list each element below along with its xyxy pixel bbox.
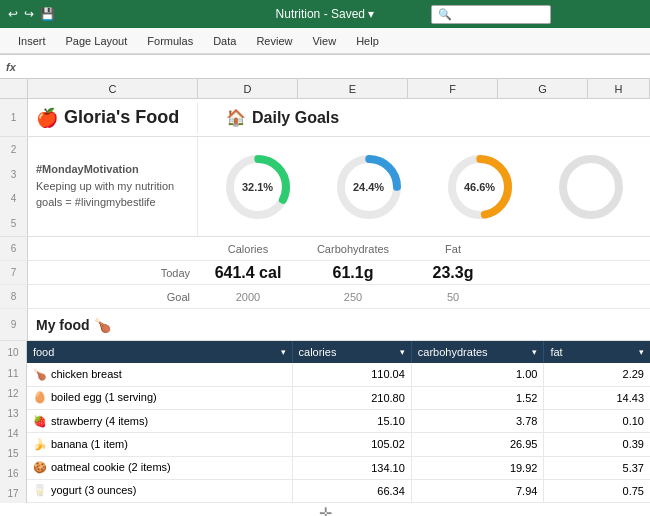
row-num-7: 7 [0,261,28,284]
table-row: 🥚boiled egg (1 serving) 210.80 1.52 14.4… [27,386,650,409]
row-num-8: 8 [0,285,28,308]
svg-point-6 [563,159,619,215]
calories-cell: 105.02 [292,433,411,456]
fat-cell: 0.10 [544,410,650,433]
calories-goal: 2000 [198,291,298,303]
fat-cell: 14.43 [544,386,650,409]
calories-cell: 210.80 [292,386,411,409]
fat-filter-arrow[interactable]: ▾ [639,347,644,357]
file-status: Saved [331,7,365,21]
tab-data[interactable]: Data [203,31,246,51]
charts-row: 2345 #MondayMotivation Keeping up with m… [0,137,650,237]
col-header-g[interactable]: G [498,79,588,98]
tab-formulas[interactable]: Formulas [137,31,203,51]
table-row: 🥛yogurt (3 ounces) 66.34 7.94 0.75 [27,479,650,502]
gloria-title: Gloria's Food [64,107,179,128]
fat-donut: 46.6% [444,151,516,223]
calories-cell: 15.10 [292,410,411,433]
fat-goal: 50 [408,291,498,303]
title-separator: - [324,7,331,21]
carbs-cell: 19.92 [411,456,544,479]
carbs-label: Carbohydrates [298,243,408,255]
section-header-row: 1 🍎 Gloria's Food 🏠 Daily Goals [0,99,650,137]
calories-today: 641.4 cal [198,264,298,282]
table-row: 🍌banana (1 item) 105.02 26.95 0.39 [27,433,650,456]
fat-cell: 0.75 [544,479,650,502]
food-table-container: 10 11 12 13 14 15 16 17 food ▾ [0,341,650,503]
calories-label: Calories [198,243,298,255]
calories-chart: 32.1% [222,151,294,223]
col-header-d[interactable]: D [198,79,298,98]
food-cell: 🍌banana (1 item) [27,433,292,456]
row-num-1: 1 [0,99,28,136]
calories-cell: 134.10 [292,456,411,479]
my-food-label: My food 🍗 [28,313,119,337]
carbs-filter-arrow[interactable]: ▾ [532,347,537,357]
calories-cell: 110.04 [292,363,411,386]
th-calories[interactable]: calories ▾ [292,341,411,363]
table-header-row: food ▾ calories ▾ carbohydrates ▾ [27,341,650,363]
row-num-9: 9 [0,309,28,340]
food-table: food ▾ calories ▾ carbohydrates ▾ [27,341,650,503]
tab-page-layout[interactable]: Page Layout [56,31,138,51]
table-row: 🍪oatmeal cookie (2 items) 134.10 19.92 5… [27,456,650,479]
col-header-c[interactable]: C [28,79,198,98]
fat-pct: 46.6% [464,181,495,193]
calories-cell: 66.34 [292,479,411,502]
title-bar: ↩ ↪ 💾 Nutrition - Saved ▾ 🔍 Search [0,0,650,28]
gloria-icon: 🍎 [36,107,58,129]
carbs-goal: 250 [298,291,408,303]
calories-filter-arrow[interactable]: ▾ [400,347,405,357]
title-bar-left: ↩ ↪ 💾 [8,7,219,21]
row-num-6: 6 [0,237,28,260]
col-header-e[interactable]: E [298,79,408,98]
add-icon[interactable]: ✛ [319,504,332,516]
ribbon: Insert Page Layout Formulas Data Review … [0,28,650,55]
calories-donut: 32.1% [222,151,294,223]
gloria-food-cell: 🍎 Gloria's Food [28,103,198,133]
search-box[interactable]: 🔍 Search [431,5,551,24]
daily-goals-cell: 🏠 Daily Goals [218,104,347,131]
food-cell: 🍗chicken breast [27,363,292,386]
tab-view[interactable]: View [302,31,346,51]
table-row: 🍓strawberry (4 items) 15.10 3.78 0.10 [27,410,650,433]
save-icon[interactable]: 💾 [40,7,55,21]
redo-icon[interactable]: ↪ [24,7,34,21]
tab-review[interactable]: Review [246,31,302,51]
food-cell: 🍓strawberry (4 items) [27,410,292,433]
goal-row: 8 Goal 2000 250 50 [0,285,650,309]
motivation-cell: #MondayMotivation Keeping up with my nut… [28,137,198,236]
th-carbohydrates[interactable]: carbohydrates ▾ [411,341,544,363]
formula-bar: fx [0,55,650,79]
th-fat[interactable]: fat ▾ [544,341,650,363]
hashtag: #MondayMotivation [36,163,189,175]
today-row: 7 Today 641.4 cal 61.1g 23.3g [0,261,650,285]
labels-row: 6 Calories Carbohydrates Fat [0,237,650,261]
col-header-f[interactable]: F [408,79,498,98]
tab-insert[interactable]: Insert [8,31,56,51]
fat-cell: 0.39 [544,433,650,456]
undo-icon[interactable]: ↩ [8,7,18,21]
food-filter-arrow[interactable]: ▾ [281,347,286,357]
file-title: Nutrition [276,7,321,21]
row-nums-2-5: 2345 [0,137,28,236]
goals-icon: 🏠 [226,108,246,127]
add-row[interactable]: ✛ [0,503,650,516]
column-headers: C D E F G H [0,79,650,99]
th-food[interactable]: food ▾ [27,341,292,363]
status-chevron[interactable]: ▾ [368,7,374,21]
carbs-chart: 24.4% [333,151,405,223]
my-food-icon: 🍗 [94,317,111,333]
fat-cell: 5.37 [544,456,650,479]
search-icon: 🔍 [438,8,452,21]
col-header-h[interactable]: H [588,79,650,98]
food-table-body: 🍗chicken breast 110.04 1.00 2.29 🥚boiled… [27,363,650,503]
title-bar-right: 🔍 Search [431,5,642,24]
formula-input[interactable] [20,60,644,74]
food-cell: 🥚boiled egg (1 serving) [27,386,292,409]
tab-help[interactable]: Help [346,31,389,51]
fat-cell: 2.29 [544,363,650,386]
carbs-pct: 24.4% [353,181,384,193]
ribbon-tabs: Insert Page Layout Formulas Data Review … [0,28,650,54]
table-row-nums: 10 11 12 13 14 15 16 17 [0,341,27,503]
